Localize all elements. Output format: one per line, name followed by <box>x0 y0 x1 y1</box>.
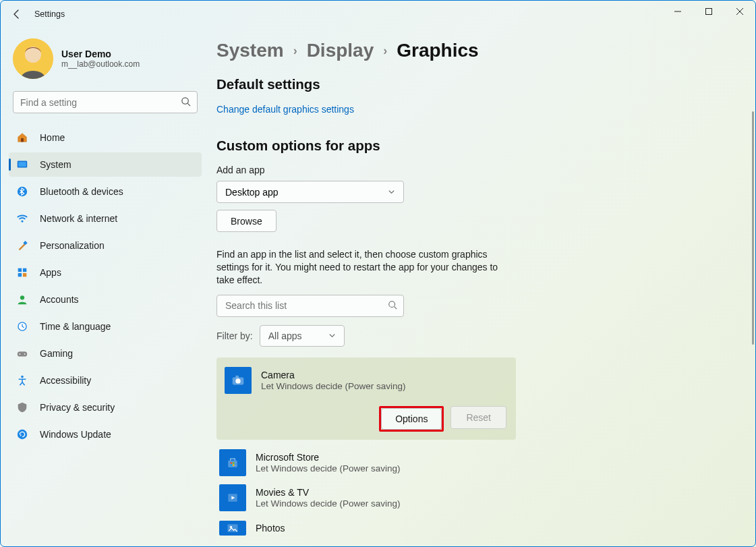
svg-point-6 <box>182 98 188 104</box>
sidebar-item-accounts[interactable]: Accounts <box>9 287 202 312</box>
sidebar-item-accessibility[interactable]: Accessibility <box>9 368 202 393</box>
app-sub: Let Windows decide (Power saving) <box>256 498 401 509</box>
app-name: Movies & TV <box>256 486 401 498</box>
scrollbar-thumb[interactable] <box>752 111 754 345</box>
svg-rect-16 <box>18 273 22 277</box>
list-search-input[interactable] <box>216 295 404 317</box>
home-icon <box>16 131 29 144</box>
svg-rect-14 <box>18 268 22 272</box>
svg-rect-21 <box>18 351 27 356</box>
app-row-store[interactable]: Microsoft Store Let Windows decide (Powe… <box>216 445 516 480</box>
sidebar-item-label: Home <box>40 132 65 143</box>
window-title: Settings <box>34 9 65 19</box>
chevron-down-icon <box>328 332 336 339</box>
window-controls <box>662 1 755 22</box>
breadcrumb: System › Display › Graphics <box>216 40 742 61</box>
svg-rect-34 <box>231 464 233 466</box>
highlight-options: Options <box>379 406 444 432</box>
breadcrumb-current: Graphics <box>397 40 478 61</box>
sidebar-item-label: Network & internet <box>40 213 117 224</box>
minimize-button[interactable] <box>662 1 693 22</box>
profile-name: User Demo <box>61 49 140 59</box>
svg-rect-8 <box>21 138 24 142</box>
description-text: Find an app in the list and select it, t… <box>216 248 506 287</box>
sidebar-item-label: Time & language <box>40 321 111 332</box>
sidebar-item-label: Accessibility <box>40 375 91 386</box>
apps-icon <box>16 266 29 279</box>
search-icon <box>388 300 397 312</box>
sidebar-item-label: Apps <box>40 267 61 278</box>
chevron-right-icon: › <box>383 44 387 58</box>
sidebar-item-label: Privacy & security <box>40 402 115 413</box>
sidebar-item-privacy[interactable]: Privacy & security <box>9 395 202 420</box>
svg-point-25 <box>18 430 27 439</box>
sidebar-item-gaming[interactable]: Gaming <box>9 341 202 366</box>
title-bar: Settings <box>1 1 755 28</box>
filter-label: Filter by: <box>216 330 253 341</box>
svg-point-12 <box>21 220 23 222</box>
back-button[interactable] <box>10 7 24 21</box>
update-icon <box>16 428 29 441</box>
options-button[interactable]: Options <box>381 408 442 430</box>
app-type-select[interactable]: Desktop app <box>216 181 404 203</box>
sidebar-item-label: Accounts <box>40 294 79 305</box>
bluetooth-icon <box>16 185 29 198</box>
sidebar-item-apps[interactable]: Apps <box>9 260 202 285</box>
app-sub: Let Windows decide (Power saving) <box>256 463 401 473</box>
sidebar-item-bluetooth[interactable]: Bluetooth & devices <box>9 179 202 204</box>
sidebar-item-label: Bluetooth & devices <box>40 186 123 197</box>
svg-point-26 <box>389 301 395 307</box>
sidebar-item-update[interactable]: Windows Update <box>9 422 202 447</box>
filter-value: All apps <box>268 330 302 341</box>
sidebar-item-label: Windows Update <box>40 429 111 440</box>
app-card-camera[interactable]: Camera Let Windows decide (Power saving)… <box>216 357 516 440</box>
svg-line-27 <box>395 306 397 309</box>
filter-select[interactable]: All apps <box>260 325 345 347</box>
clock-icon <box>16 320 29 333</box>
svg-point-29 <box>235 378 240 383</box>
svg-point-24 <box>21 376 24 378</box>
maximize-button[interactable] <box>693 1 724 22</box>
wifi-icon <box>16 212 29 225</box>
svg-rect-17 <box>23 273 26 277</box>
movies-icon <box>219 484 246 511</box>
sidebar-item-time[interactable]: Time & language <box>9 314 202 339</box>
close-button[interactable] <box>724 1 755 22</box>
breadcrumb-display[interactable]: Display <box>307 40 374 61</box>
sidebar-item-personalization[interactable]: Personalization <box>9 233 202 258</box>
custom-options-heading: Custom options for apps <box>216 138 742 154</box>
default-settings-heading: Default settings <box>216 76 742 92</box>
reset-button: Reset <box>450 406 506 429</box>
svg-rect-1 <box>706 9 712 15</box>
svg-rect-32 <box>231 462 233 464</box>
breadcrumb-system[interactable]: System <box>216 40 284 61</box>
app-row-photos[interactable]: Photos <box>216 517 516 540</box>
svg-point-22 <box>20 353 21 355</box>
change-defaults-link[interactable]: Change default graphics settings <box>216 104 354 115</box>
photos-icon <box>219 521 246 536</box>
app-row[interactable]: Camera Let Windows decide (Power saving) <box>223 364 509 397</box>
app-name: Photos <box>256 522 285 534</box>
avatar <box>13 38 53 79</box>
nav: Home System Bluetooth & devices Network … <box>5 125 202 447</box>
app-sub: Let Windows decide (Power saving) <box>261 381 406 391</box>
sidebar-item-home[interactable]: Home <box>9 125 202 150</box>
svg-rect-33 <box>233 462 235 464</box>
browse-button[interactable]: Browse <box>216 210 277 232</box>
svg-line-7 <box>187 103 190 106</box>
search-input[interactable] <box>13 91 198 113</box>
sidebar-item-network[interactable]: Network & internet <box>9 206 202 231</box>
svg-point-18 <box>20 295 24 299</box>
accessibility-icon <box>16 374 29 387</box>
app-type-value: Desktop app <box>225 187 279 198</box>
brush-icon <box>16 239 29 252</box>
sidebar-item-system[interactable]: System <box>9 152 202 177</box>
app-name: Camera <box>261 369 406 381</box>
sidebar-item-label: System <box>40 159 71 170</box>
profile-block[interactable]: User Demo m__lab@outlook.com <box>5 36 202 91</box>
search-icon <box>181 96 191 109</box>
app-row-movies[interactable]: Movies & TV Let Windows decide (Power sa… <box>216 480 516 515</box>
svg-rect-30 <box>235 375 239 378</box>
svg-rect-10 <box>18 162 26 167</box>
svg-rect-15 <box>23 268 26 272</box>
